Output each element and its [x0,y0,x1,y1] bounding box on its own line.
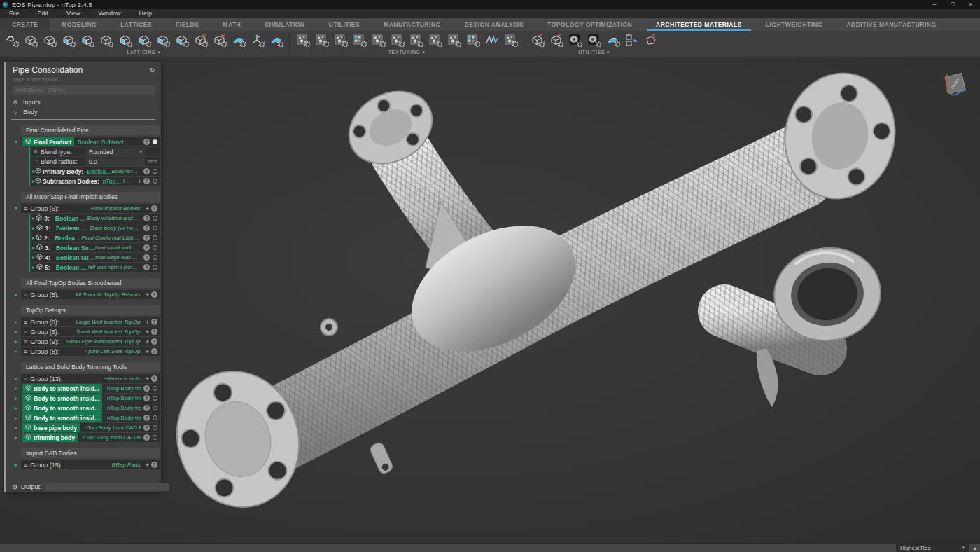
add-item-icon[interactable]: + [146,375,149,382]
tet-lattice-icon[interactable] [59,31,78,50]
help-icon[interactable]: ? [144,244,150,251]
list-item-row[interactable]: ▸1:Boolean UnionBase body (w/ no lattice… [31,223,160,233]
pixel-texture-icon[interactable] [350,31,369,50]
collapse-arrow-icon[interactable]: ▸ [13,338,20,345]
input-row[interactable]: ▸Primary Body:Boolean SubtractBody w/lat… [31,167,160,176]
cube-trim-lattice-2-icon[interactable] [210,31,229,50]
add-item-icon[interactable]: + [146,462,149,469]
help-icon[interactable]: ? [144,385,150,392]
tab-topology-optimization[interactable]: TOPOLOGY OPTIMIZATION [536,18,644,31]
menu-file[interactable]: File [0,9,29,18]
add-block-input[interactable] [13,85,155,95]
blob-texture-icon[interactable] [388,31,407,50]
block-name-chip[interactable]: trimming body [22,433,78,442]
point-trim-icon[interactable] [641,31,660,50]
tab-utilities[interactable]: UTILITIES [317,18,372,31]
visibility-toggle[interactable] [153,245,158,250]
group-row[interactable]: ▸≡Group (9):Small Pipe Attachment TopOp+… [21,337,160,346]
help-icon[interactable]: ? [151,205,158,212]
visibility-toggle[interactable] [153,226,158,230]
slab-lattice-icon[interactable] [153,31,172,50]
expand-arrow-icon[interactable]: ▾ [13,205,20,212]
visibility-toggle[interactable] [153,415,158,420]
help-icon[interactable]: ? [151,348,158,354]
resolution-dropdown[interactable]: Highest Res ▾ [896,544,969,552]
group-row[interactable]: ▸≡Group (8):T-joint Left Side TopOp+? [21,347,160,356]
tab-lightweighting[interactable]: LIGHTWEIGHTING [754,18,835,31]
tab-lattices[interactable]: LATTICES [108,18,164,31]
tab-fields[interactable]: FIELDS [164,18,211,31]
speckle-texture-icon[interactable] [426,31,444,50]
tab-architected-materials[interactable]: ARCHITECTED MATERIALS [644,18,754,31]
surface-patch-icon[interactable] [603,31,622,50]
collapse-arrow-icon[interactable]: ▸ [13,462,20,468]
group-row[interactable]: ▸≡Group (13):reference tools+? [21,374,160,383]
cube-corner-lattice-icon[interactable] [78,31,97,50]
help-icon[interactable]: ? [151,375,158,382]
refresh-icon[interactable]: ↻ [150,67,155,74]
visibility-toggle[interactable] [153,406,158,410]
visibility-toggle[interactable] [153,265,158,270]
add-item-icon[interactable]: + [146,319,149,326]
block-name-chip[interactable]: base pipe body [22,423,80,432]
help-icon[interactable]: ? [144,139,150,145]
help-icon[interactable]: ? [144,434,150,441]
collapse-arrow-icon[interactable]: ▸ [13,405,20,411]
split-lattice-cut-icon[interactable] [547,31,566,50]
tab-math[interactable]: MATH [211,18,253,31]
surface-lattice-2-icon[interactable] [267,31,286,50]
close-button[interactable]: × [962,0,980,9]
wave-curve-icon[interactable] [482,31,501,50]
voronoi-texture-icon[interactable] [312,31,331,50]
output-row[interactable]: ⚙ Output: [6,481,161,492]
minimize-button[interactable]: – [925,0,944,9]
block-name-chip[interactable]: Body to smooth insid... [22,403,102,413]
view-cube[interactable]: FRONT [939,66,972,98]
block-name-chip[interactable]: Body to smooth insid... [22,413,102,422]
output-input[interactable] [46,483,169,491]
body-row[interactable]: ▽ Body [6,107,161,117]
add-item-icon[interactable]: + [146,205,149,212]
help-icon[interactable]: ? [144,425,150,431]
collapse-arrow-icon[interactable]: ▸ [13,329,20,335]
dot-texture-icon[interactable] [369,31,388,50]
cube-lattice-icon[interactable] [21,31,40,50]
tab-simulation[interactable]: SIMULATION [253,18,316,31]
chevron-down-icon[interactable]: ▾ [158,50,160,55]
cube-fill-lattice-2-icon[interactable] [134,31,153,50]
help-icon[interactable]: ? [151,338,158,345]
block-name-chip[interactable]: Body to smooth insid... [22,394,102,403]
help-icon[interactable]: ? [144,405,150,411]
grain-texture-icon[interactable] [444,31,463,50]
group-row[interactable]: ▸≡Group (15):BRep Parts+? [21,460,160,469]
property-input[interactable]: 0.0 [86,158,145,166]
cylinder-map-icon[interactable] [566,31,584,50]
help-icon[interactable]: ? [151,291,158,298]
list-item-row[interactable]: ▸4:Boolean Subtractfinal large wall brac… [31,253,160,262]
spline-cube-lattice-icon[interactable] [97,31,115,50]
help-icon[interactable]: ? [144,168,150,174]
camo-texture-icon[interactable] [331,31,350,50]
block-row[interactable]: ▸Body to smooth insid...nTop Body from C… [21,413,160,422]
surface-lattice-icon[interactable] [229,31,248,50]
trim-lattice-cut-icon[interactable] [528,31,547,50]
group-row[interactable]: ▸≡Group (6):Small Wall bracket TopOp+? [21,327,160,336]
chevron-down-icon[interactable]: ▾ [607,50,610,55]
list-item-row[interactable]: ▸5:Boolean Unionleft and right t-joint T… [31,263,160,272]
bump-texture-icon[interactable] [407,31,426,50]
noise-texture-icon[interactable] [293,31,312,50]
menu-edit[interactable]: Edit [29,9,58,18]
block-name-chip[interactable]: Final Product [22,137,74,146]
group-row[interactable]: ▸≡Group (6):Large Wall bracket TopOp+? [21,317,160,326]
tet-lattice-2-icon[interactable] [172,31,191,50]
add-item-icon[interactable]: + [146,329,149,336]
help-icon[interactable]: ? [151,329,158,335]
list-item-row[interactable]: ▸2:Boolean UnionFinal Conformal Lattice … [31,233,160,242]
collapse-arrow-icon[interactable]: ▸ [13,319,20,325]
help-icon[interactable]: ? [144,395,150,401]
help-icon[interactable]: ? [144,254,150,261]
tab-manufacturing[interactable]: MANUFACTURING [372,18,453,31]
block-row[interactable]: ▸Body to smooth insid...nTop Body from C… [21,384,160,393]
cube-transfer-icon[interactable] [622,31,641,50]
collapse-arrow-icon[interactable]: ▸ [13,415,20,421]
